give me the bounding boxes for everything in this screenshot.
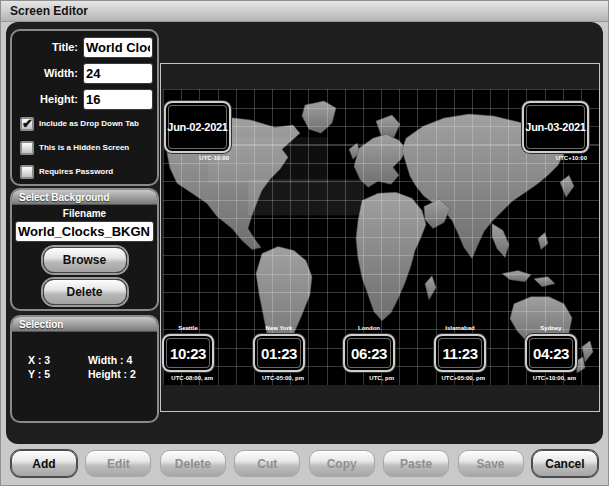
screen-properties-panel: Title: Width: Height: ✔ Include as Drop … <box>10 29 159 186</box>
browse-button[interactable]: Browse <box>43 247 127 273</box>
edit-button[interactable]: Edit <box>85 450 151 477</box>
clock-lcd: 11:23 <box>434 334 486 372</box>
clock-utc-offset: UTC, pm <box>369 375 394 381</box>
save-button[interactable]: Save <box>458 450 524 477</box>
requires-password-checkbox[interactable]: ✔ <box>20 165 34 179</box>
width-input[interactable] <box>83 63 153 84</box>
checkmark-icon: ✔ <box>22 116 33 131</box>
height-field-row: Height: <box>16 89 153 110</box>
width-field-row: Width: <box>16 63 153 84</box>
clock-time: 11:23 <box>442 345 477 362</box>
clock-utc-offset: UTC+05:00, pm <box>441 375 485 381</box>
cancel-button[interactable]: Cancel <box>532 450 598 477</box>
clock-time: 10:23 <box>170 345 206 362</box>
cut-button[interactable]: Cut <box>234 450 300 477</box>
date-lcd: Jun-02-2021 <box>164 101 231 153</box>
selection-x-value: X : 3 <box>28 354 50 366</box>
clock-time: 06:23 <box>351 345 387 362</box>
date-display-west[interactable]: Jun-02-2021 UTC-10:00 <box>164 101 231 153</box>
screen-preview-panel[interactable]: Jun-02-2021 UTC-10:00 Jun-03-2021 UTC+10… <box>160 63 600 412</box>
clock-city-label: Seattle <box>162 325 214 331</box>
titlebar[interactable]: Screen Editor <box>1 1 608 22</box>
paste-button[interactable]: Paste <box>383 450 449 477</box>
date-utc-offset: UTC+10:00 <box>556 155 587 161</box>
title-field-row: Title: <box>16 37 153 58</box>
clock-city-label: New York <box>253 325 305 331</box>
toolbar: Add Edit Delete Cut Copy Paste Save Canc… <box>1 442 608 485</box>
clock-lcd: 04:23 <box>525 334 577 372</box>
clock-lcd: 10:23 <box>162 334 214 372</box>
height-input[interactable] <box>83 89 153 110</box>
clock-utc-offset: UTC+10:00, am <box>533 375 576 381</box>
checkbox-label: Include as Drop Down Tab <box>39 117 155 131</box>
selection-y-value: Y : 5 <box>28 368 50 380</box>
filename-label: Filename <box>12 208 157 219</box>
date-value: Jun-02-2021 <box>167 121 227 133</box>
clock-city-label: Sydney <box>525 325 577 331</box>
delete-background-button[interactable]: Delete <box>43 279 127 305</box>
width-label: Width: <box>16 63 78 84</box>
date-utc-offset: UTC-10:00 <box>199 155 229 161</box>
clock-lcd: 01:23 <box>253 334 305 372</box>
clock-time: 04:23 <box>533 345 569 362</box>
selection-height-value: Height : 2 <box>88 368 136 380</box>
include-drop-down-tab-checkbox[interactable]: ✔ <box>20 117 34 131</box>
selection-width-value: Width : 4 <box>88 354 132 366</box>
select-background-panel: Select Background Filename Browse Delete <box>10 188 159 311</box>
checkbox-row-dropdown-tab: ✔ Include as Drop Down Tab <box>20 117 155 132</box>
copy-button[interactable]: Copy <box>309 450 375 477</box>
select-background-header: Select Background <box>12 190 157 205</box>
checkbox-label: Requires Password <box>39 165 155 179</box>
content-area: Title: Width: Height: ✔ Include as Drop … <box>6 22 603 444</box>
selection-header: Selection <box>12 317 157 332</box>
add-button[interactable]: Add <box>11 450 77 477</box>
date-value: Jun-03-2021 <box>525 121 585 133</box>
clock-city-label: London <box>343 325 395 331</box>
screen-editor-window: Screen Editor Title: Width: Height: ✔ In… <box>0 0 609 486</box>
filename-input[interactable] <box>15 221 154 242</box>
date-lcd: Jun-03-2021 <box>522 101 589 153</box>
hidden-screen-checkbox[interactable]: ✔ <box>20 141 34 155</box>
window-title: Screen Editor <box>1 1 608 21</box>
selection-panel: Selection X : 3 Y : 5 Width : 4 Height :… <box>10 315 159 423</box>
title-label: Title: <box>16 37 78 58</box>
clock-city-label: Islamabad <box>434 325 486 331</box>
checkbox-row-hidden-screen: ✔ This is a Hidden Screen <box>20 141 155 156</box>
checkbox-label: This is a Hidden Screen <box>39 141 155 155</box>
height-label: Height: <box>16 89 78 110</box>
date-display-east[interactable]: Jun-03-2021 UTC+10:00 <box>522 101 589 153</box>
clock-utc-offset: UTC-05:00, pm <box>262 375 304 381</box>
clock-time: 01:23 <box>261 345 297 362</box>
checkbox-row-requires-password: ✔ Requires Password <box>20 165 155 180</box>
clock-lcd: 06:23 <box>343 334 395 372</box>
delete-button[interactable]: Delete <box>160 450 226 477</box>
title-input[interactable] <box>83 37 153 58</box>
clock-utc-offset: UTC-08:00, am <box>171 375 213 381</box>
